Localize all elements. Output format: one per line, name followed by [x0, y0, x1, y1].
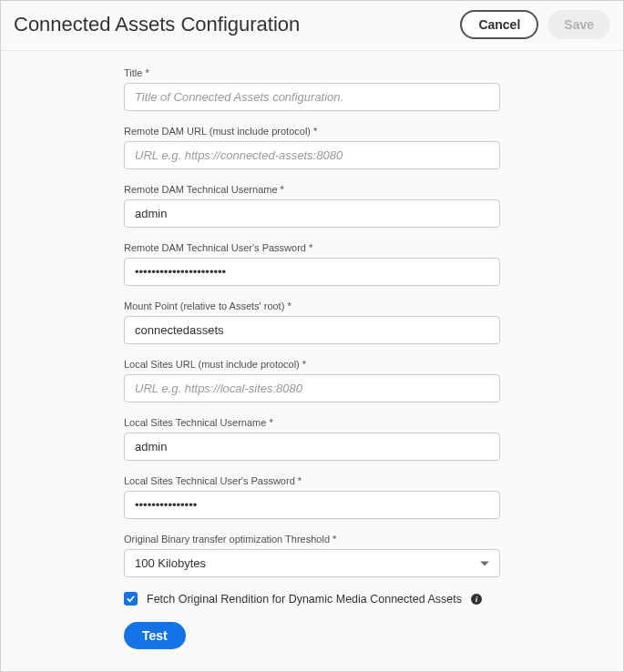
title-input[interactable] — [124, 83, 500, 111]
header: Connected Assets Configuration Cancel Sa… — [1, 1, 623, 51]
remote-dam-url-label: Remote DAM URL (must include protocol) * — [124, 126, 500, 137]
header-actions: Cancel Save — [460, 10, 610, 39]
mount-point-input[interactable] — [124, 316, 500, 344]
fetch-original-checkbox[interactable] — [124, 592, 138, 606]
field-local-sites-url: Local Sites URL (must include protocol) … — [124, 359, 500, 402]
remote-dam-username-input[interactable] — [124, 199, 500, 228]
field-threshold: Original Binary transfer optimization Th… — [124, 534, 500, 577]
fetch-original-label: Fetch Original Rendition for Dynamic Med… — [147, 593, 462, 606]
local-sites-password-input[interactable] — [124, 491, 500, 519]
field-local-sites-password: Local Sites Technical User's Password * — [124, 475, 500, 519]
field-mount-point: Mount Point (relative to Assets' root) * — [124, 300, 500, 344]
test-button[interactable]: Test — [124, 622, 186, 649]
local-sites-url-label: Local Sites URL (must include protocol) … — [124, 359, 500, 370]
field-remote-dam-password: Remote DAM Technical User's Password * — [124, 242, 500, 286]
threshold-label: Original Binary transfer optimization Th… — [124, 534, 500, 545]
field-local-sites-username: Local Sites Technical Username * — [124, 417, 500, 461]
remote-dam-password-input[interactable] — [124, 258, 500, 286]
remote-dam-username-label: Remote DAM Technical Username * — [124, 184, 500, 195]
field-remote-dam-username: Remote DAM Technical Username * — [124, 184, 500, 228]
threshold-select-wrapper: 100 Kilobytes — [124, 549, 500, 577]
form-container: Title * Remote DAM URL (must include pro… — [1, 51, 623, 670]
checkmark-icon — [126, 594, 136, 604]
cancel-button[interactable]: Cancel — [460, 10, 538, 39]
info-icon[interactable]: i — [471, 594, 482, 605]
remote-dam-url-input[interactable] — [124, 141, 500, 169]
mount-point-label: Mount Point (relative to Assets' root) * — [124, 300, 500, 311]
threshold-select[interactable]: 100 Kilobytes — [124, 549, 500, 577]
title-label: Title * — [124, 67, 500, 78]
save-button[interactable]: Save — [547, 10, 610, 39]
local-sites-username-label: Local Sites Technical Username * — [124, 417, 500, 428]
field-title: Title * — [124, 67, 500, 111]
local-sites-password-label: Local Sites Technical User's Password * — [124, 475, 500, 486]
fetch-original-row: Fetch Original Rendition for Dynamic Med… — [124, 592, 500, 606]
local-sites-username-input[interactable] — [124, 433, 500, 461]
page-title: Connected Assets Configuration — [14, 13, 300, 36]
field-remote-dam-url: Remote DAM URL (must include protocol) * — [124, 126, 500, 169]
local-sites-url-input[interactable] — [124, 374, 500, 402]
remote-dam-password-label: Remote DAM Technical User's Password * — [124, 242, 500, 253]
